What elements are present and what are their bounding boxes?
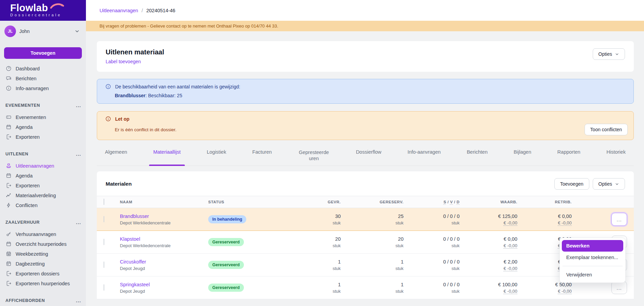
info-item-name: Brandblusser — [115, 93, 145, 98]
materials-add-button[interactable]: Toevoegen — [554, 178, 589, 190]
waarb-value: € 100,00 — [460, 282, 517, 287]
section-title-label: AFFICHEBORDEN — [5, 298, 45, 303]
sidebar-item-label: Evenementen — [16, 115, 46, 120]
sidebar-item-agenda-uitlenen[interactable]: Agenda — [0, 171, 86, 181]
user-menu[interactable]: JL John — [0, 21, 86, 37]
table-row-springkasteel: Springkasteel Depot Jeugd Gereserveerd 1… — [97, 276, 634, 299]
add-button[interactable]: Toevoegen — [4, 47, 82, 59]
material-depot: Depot Werkliedencentrale — [120, 220, 208, 225]
sidebar-item-exporteren-evenementen[interactable]: Exporteren — [0, 132, 86, 142]
tab-dossierflow[interactable]: Dossierflow — [352, 145, 386, 166]
availability-info-box: De beschikbaarheid van een aantal materi… — [97, 79, 634, 104]
section-title-label: EVENEMENTEN — [5, 103, 40, 108]
tab-algemeen[interactable]: Algemeen — [101, 145, 131, 166]
sidebar-item-label: Agenda — [16, 124, 33, 130]
svd-unit: stuk — [404, 243, 460, 248]
waarb-sub-value: € -0,00 — [460, 220, 517, 225]
gauge-icon — [5, 66, 12, 71]
sidebar-item-conflicten[interactable]: Conflicten — [0, 200, 86, 210]
contact-banner: Bij vragen of problemen - Gelieve contac… — [86, 21, 644, 31]
chart-icon — [5, 192, 12, 198]
main-area: Uitleenaanvragen / 20240514-46 Bij vrage… — [86, 0, 644, 306]
export-icon — [5, 280, 12, 286]
logo[interactable]: Flowlab Dossiercentrale — [0, 0, 86, 21]
tab-rapporten[interactable]: Rapporten — [553, 145, 585, 166]
info-item-detail: : Beschikbaar: 25 — [145, 93, 182, 98]
tab-berichten[interactable]: Berichten — [463, 145, 491, 166]
material-name-link[interactable]: Circuskoffer — [120, 259, 208, 265]
sidebar-section-zaalverhuur: ZAALVERHUUR ... — [0, 217, 86, 227]
tab-logistiek[interactable]: Logistiek — [203, 145, 230, 166]
row-checkbox[interactable] — [104, 284, 104, 291]
ticket-icon — [5, 114, 12, 120]
tab-info-aanvragen[interactable]: Info-aanvragen — [404, 145, 445, 166]
export-icon — [5, 134, 12, 140]
sidebar-item-overzicht-huurperiodes[interactable]: Overzicht huurperiodes — [0, 239, 86, 249]
sidebar-item-exporteren-uitlenen[interactable]: Exporteren — [0, 181, 86, 190]
svd-unit: stuk — [404, 220, 460, 225]
row-context-menu: Bewerken Exemplaar toekennen... Verwijde… — [559, 238, 626, 283]
sidebar-item-dagbezetting[interactable]: Dagbezetting — [0, 259, 86, 269]
status-badge: Gereserveerd — [208, 238, 244, 246]
menu-item-bewerken[interactable]: Bewerken — [562, 240, 623, 252]
row-checkbox[interactable] — [104, 216, 104, 222]
section-menu-button[interactable]: ... — [76, 151, 81, 157]
svd-value: 0 / 0 / 0 — [404, 259, 460, 265]
sidebar-item-evenementen[interactable]: Evenementen — [0, 112, 86, 122]
table-row-klapstoel: Klapstoel Depot Werkliedencentrale Geres… — [97, 231, 634, 254]
info-icon — [5, 85, 12, 91]
row-checkbox[interactable] — [104, 261, 104, 268]
info-icon — [105, 84, 111, 89]
gevr-value: 20 — [300, 236, 341, 242]
tab-gepresteerde-uren[interactable]: Gepresteerde uren — [294, 145, 334, 166]
show-conflicts-button[interactable]: Toon conflicten — [585, 124, 628, 135]
breadcrumb-current: 20240514-46 — [146, 8, 175, 13]
warning-title: Let op — [115, 116, 129, 122]
sidebar-item-label: Berichten — [16, 76, 36, 81]
select-all-checkbox[interactable] — [104, 199, 104, 205]
sidebar-item-agenda-evenementen[interactable]: Agenda — [0, 122, 86, 132]
sidebar-item-exporteren-huurperiodes[interactable]: Exporteren huurperiodes — [0, 278, 86, 288]
material-name-link[interactable]: Brandblusser — [120, 214, 208, 219]
logo-subtitle: Dossiercentrale — [10, 13, 86, 17]
gereserv-unit: stuk — [341, 266, 404, 271]
sidebar-item-berichten[interactable]: Berichten — [0, 73, 86, 83]
sidebar-item-verhuuraanvragen[interactable]: Verhuuraanvragen — [0, 229, 86, 239]
chevron-down-icon — [74, 29, 80, 34]
page-options-button[interactable]: Opties — [593, 48, 625, 60]
sidebar-item-uitleenaanvragen[interactable]: Uitleenaanvragen — [0, 161, 86, 171]
sidebar-item-materiaalverdeling[interactable]: Materiaalverdeling — [0, 190, 86, 200]
row-checkbox[interactable] — [104, 239, 104, 245]
section-menu-button[interactable]: ... — [76, 219, 81, 225]
app-root: Flowlab Dossiercentrale JL John Toevoege… — [0, 0, 644, 306]
chevron-down-icon — [615, 52, 619, 56]
menu-item-exemplaar-toekennen[interactable]: Exemplaar toekennen... — [562, 252, 623, 263]
sidebar-item-info-aanvragen[interactable]: Info-aanvragen — [0, 83, 86, 93]
section-menu-button[interactable]: ... — [76, 298, 81, 303]
tab-historiek[interactable]: Historiek — [602, 145, 629, 166]
section-menu-button[interactable]: ... — [76, 102, 81, 108]
add-label-link[interactable]: Label toevoegen — [106, 59, 141, 64]
waarb-value: € 2,00 — [460, 259, 517, 265]
breadcrumb-parent[interactable]: Uitleenaanvragen — [100, 8, 138, 13]
svd-value: 0 / 0 / 0 — [404, 236, 460, 242]
tab-bijlagen[interactable]: Bijlagen — [509, 145, 535, 166]
sidebar-item-dashboard[interactable]: Dashboard — [0, 64, 86, 73]
waarb-value: € 0,00 — [460, 236, 517, 242]
materials-options-button[interactable]: Opties — [593, 178, 625, 190]
materials-title: Materialen — [106, 181, 132, 187]
user-name: John — [19, 29, 71, 34]
tab-facturen[interactable]: Facturen — [248, 145, 276, 166]
material-name-link[interactable]: Klapstoel — [120, 236, 208, 242]
sidebar-item-weekbezetting[interactable]: Weekbezetting — [0, 249, 86, 259]
material-name-link[interactable]: Springkasteel — [120, 282, 208, 287]
tab-materiaallijst[interactable]: Materiaallijst — [149, 145, 185, 166]
sidebar-item-exporteren-dossiers[interactable]: Exporteren dossiers — [0, 269, 86, 278]
menu-item-verwijderen[interactable]: Verwijderen — [562, 269, 623, 280]
row-actions-button[interactable]: ... — [611, 281, 627, 294]
calendar-week-icon — [5, 251, 12, 257]
status-badge: Gereserveerd — [208, 284, 244, 292]
materials-options-label: Opties — [598, 181, 612, 187]
gevr-value: 30 — [300, 214, 341, 219]
row-actions-button[interactable]: ... — [611, 213, 627, 226]
